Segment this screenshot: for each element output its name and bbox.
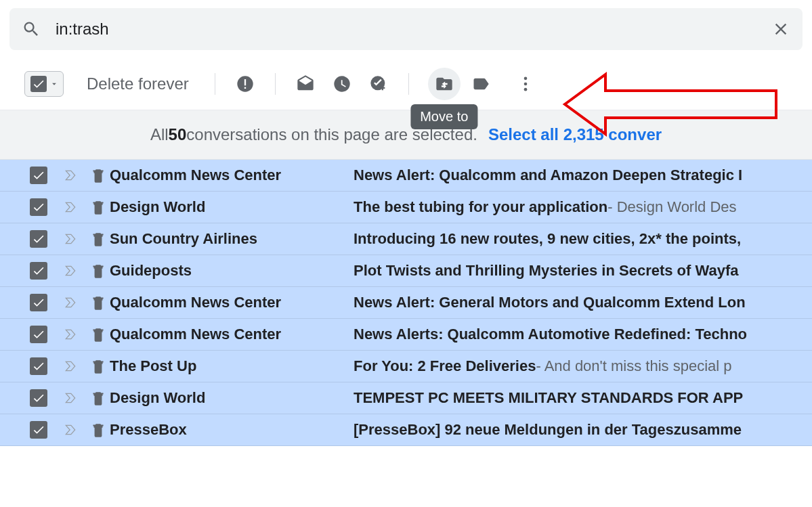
caret-down-icon (49, 79, 59, 89)
more-button[interactable] (509, 68, 542, 100)
importance-marker-icon[interactable] (61, 328, 80, 341)
row-checkbox[interactable] (30, 262, 47, 280)
trash-icon (89, 326, 107, 343)
search-bar (9, 8, 803, 50)
tooltip-move-to: Move to (410, 104, 477, 129)
clear-search-icon[interactable] (771, 20, 790, 39)
label-icon (471, 74, 490, 93)
clock-icon (333, 74, 351, 93)
row-checkbox[interactable] (30, 389, 47, 407)
svg-point-5 (523, 77, 527, 81)
move-to-button[interactable]: Move to (428, 68, 461, 100)
add-to-tasks-button[interactable] (362, 68, 395, 100)
email-row[interactable]: Qualcomm News Center News Alert: General… (0, 287, 812, 319)
delete-forever-button[interactable]: Delete forever (87, 74, 189, 93)
row-checkbox[interactable] (30, 326, 47, 343)
labels-button[interactable] (465, 68, 497, 100)
svg-point-6 (523, 83, 527, 86)
row-checkbox[interactable] (30, 421, 47, 439)
trash-icon (89, 294, 107, 311)
importance-marker-icon[interactable] (61, 232, 80, 246)
email-row[interactable]: Qualcomm News Center News Alerts: Qualco… (0, 319, 812, 351)
row-subject: [PresseBox] 92 neue Meldungen in der Tag… (354, 421, 742, 439)
row-sender: Sun Country Airlines (110, 230, 354, 248)
trash-icon (89, 389, 107, 407)
search-input[interactable] (56, 20, 763, 39)
row-sender: Qualcomm News Center (110, 326, 354, 343)
trash-icon (89, 167, 107, 184)
row-subject: News Alert: General Motors and Qualcomm … (354, 294, 746, 311)
trash-icon (89, 357, 107, 375)
email-row[interactable]: Sun Country Airlines Introducing 16 new … (0, 223, 812, 255)
row-sender: The Post Up (110, 357, 354, 375)
row-subject: The best tubing for your application (354, 198, 607, 216)
row-sender: Qualcomm News Center (110, 294, 354, 311)
row-sender: Guideposts (110, 262, 354, 280)
email-row[interactable]: Qualcomm News Center News Alert: Qualcom… (0, 160, 812, 192)
importance-marker-icon[interactable] (61, 391, 80, 405)
folder-arrow-icon (435, 74, 454, 93)
row-checkbox[interactable] (30, 357, 47, 375)
exclamation-icon (236, 74, 255, 93)
banner-count: 50 (169, 125, 187, 144)
banner-text-prefix: All (150, 125, 169, 144)
email-list: Qualcomm News Center News Alert: Qualcom… (0, 160, 812, 446)
importance-marker-icon[interactable] (61, 264, 80, 278)
mail-open-icon (296, 74, 315, 93)
row-subject: Plot Twists and Thrilling Mysteries in S… (354, 262, 738, 280)
row-checkbox[interactable] (30, 198, 47, 216)
divider (408, 73, 409, 95)
selection-banner: All 50 conversations on this page are se… (0, 110, 812, 160)
task-add-icon (369, 74, 388, 93)
importance-marker-icon[interactable] (61, 296, 80, 309)
select-all-conversations-link[interactable]: Select all 2,315 conver (488, 125, 662, 144)
svg-rect-1 (244, 79, 246, 85)
email-row[interactable]: Guideposts Plot Twists and Thrilling Mys… (0, 255, 812, 287)
row-subject: TEMPEST PC MEETS MILITARY STANDARDS FOR … (354, 389, 743, 407)
row-checkbox[interactable] (30, 230, 47, 248)
row-sender: Design World (110, 389, 354, 407)
row-subject: For You: 2 Free Deliveries (354, 357, 536, 375)
svg-rect-2 (244, 87, 246, 89)
email-row[interactable]: The Post Up For You: 2 Free Deliveries -… (0, 351, 812, 382)
trash-icon (89, 421, 107, 439)
divider (275, 73, 276, 95)
row-sender: PresseBox (110, 421, 354, 439)
email-row[interactable]: PresseBox [PresseBox] 92 neue Meldungen … (0, 414, 812, 446)
email-row[interactable]: Design World The best tubing for your ap… (0, 192, 812, 223)
importance-marker-icon[interactable] (61, 169, 80, 182)
checkbox-checked-icon (30, 76, 47, 92)
row-sender: Design World (110, 198, 354, 216)
row-subject: News Alert: Qualcomm and Amazon Deepen S… (354, 167, 742, 184)
row-checkbox[interactable] (30, 294, 47, 311)
select-all-button[interactable] (24, 71, 64, 97)
trash-icon (89, 198, 107, 216)
svg-point-7 (523, 88, 527, 91)
trash-icon (89, 230, 107, 248)
snooze-button[interactable] (326, 68, 358, 100)
importance-marker-icon[interactable] (61, 200, 80, 214)
report-spam-button[interactable] (229, 68, 261, 100)
search-icon[interactable] (22, 20, 41, 39)
more-vert-icon (516, 74, 535, 93)
row-sender: Qualcomm News Center (110, 167, 354, 184)
row-subject: News Alerts: Qualcomm Automotive Redefin… (354, 326, 747, 343)
divider (215, 73, 215, 95)
email-row[interactable]: Design World TEMPEST PC MEETS MILITARY S… (0, 382, 812, 414)
row-subject: Introducing 16 new routes, 9 new cities,… (354, 230, 741, 248)
trash-icon (89, 262, 107, 280)
importance-marker-icon[interactable] (61, 423, 80, 437)
toolbar: Delete forever Move to (0, 58, 812, 110)
mark-read-button[interactable] (289, 68, 322, 100)
row-preview: - Design World Des (607, 198, 736, 216)
row-checkbox[interactable] (30, 167, 47, 184)
importance-marker-icon[interactable] (61, 359, 80, 373)
row-preview: - And don't miss this special p (536, 357, 731, 375)
